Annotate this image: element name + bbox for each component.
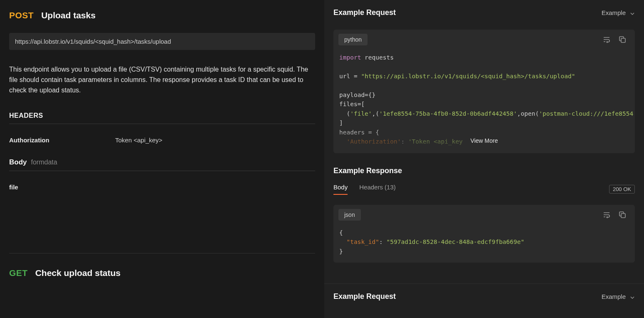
endpoint-description: This endpoint allows you to upload a fil… [9, 65, 315, 95]
code-string: "597ad1dc-8528-4dec-848a-edcf9fba669e" [387, 238, 525, 245]
example-request-header-2: Example Request Example [324, 284, 644, 309]
code-header: python [333, 30, 635, 45]
body-param-key: file [9, 184, 315, 191]
second-request-section: Example Request Example [324, 283, 644, 309]
header-value: Token <api_key> [115, 137, 162, 144]
example-dropdown[interactable]: Example [602, 293, 635, 300]
example-response-title: Example Response [333, 166, 635, 175]
response-tabs: Body Headers (13) [333, 184, 396, 195]
body-type: formdata [31, 159, 57, 166]
tab-headers[interactable]: Headers (13) [359, 184, 396, 195]
code-actions [602, 35, 630, 44]
code-key: "task_id" [346, 238, 379, 245]
example-dropdown[interactable]: Example [602, 9, 635, 16]
body-section-header: Body formdata [9, 158, 315, 171]
body-label: Body [9, 158, 27, 166]
code-text: requests [361, 54, 394, 61]
example-dropdown-label: Example [602, 293, 626, 300]
code-keyword: import [339, 54, 361, 61]
code-actions [602, 211, 630, 219]
wrap-lines-icon[interactable] [602, 211, 611, 219]
code-text: ,( [372, 110, 379, 117]
endpoint-header: POST Upload tasks [9, 10, 315, 20]
chevron-down-icon [630, 10, 635, 15]
copy-icon[interactable] [618, 211, 627, 219]
response-code-block: json { "task_id": "597ad1dc-8528-4dec-84… [333, 205, 635, 263]
code-text: ] [339, 119, 343, 126]
code-string: 'postman-cloud:///1efe8554 [539, 110, 633, 117]
copy-icon[interactable] [618, 35, 627, 44]
code-header: json [333, 205, 635, 221]
request-code-block: python import requests url = "https://ap… [333, 30, 635, 153]
next-endpoint: GET Check upload status [9, 253, 315, 278]
http-method-badge: POST [9, 10, 34, 20]
documentation-panel: POST Upload tasks https://api.lobstr.io/… [0, 0, 324, 318]
example-request-title: Example Request [333, 8, 396, 17]
svg-rect-1 [621, 214, 625, 218]
language-badge[interactable]: python [338, 34, 368, 45]
endpoint-title: Check upload status [35, 268, 121, 278]
code-text: ,open( [517, 110, 539, 117]
example-response-section: Example Response Body Headers (13) 200 O… [324, 161, 644, 201]
code-text: ( [339, 110, 350, 117]
view-more-overlay: View More [333, 128, 635, 153]
endpoint-title: Upload tasks [41, 10, 96, 20]
code-text: : [379, 238, 386, 245]
endpoint-header-2: GET Check upload status [9, 268, 315, 278]
code-text [339, 238, 346, 245]
chevron-down-icon [630, 294, 635, 299]
code-text: } [339, 248, 343, 255]
code-content[interactable]: { "task_id": "597ad1dc-8528-4dec-848a-ed… [333, 221, 635, 263]
example-dropdown-label: Example [602, 9, 626, 16]
svg-rect-0 [621, 38, 625, 42]
example-request-title: Example Request [333, 292, 396, 301]
language-badge[interactable]: json [338, 209, 361, 221]
code-text: payload={} [339, 92, 375, 98]
http-method-badge: GET [9, 268, 28, 278]
view-more-button[interactable]: View More [471, 137, 498, 144]
status-badge: 200 OK [609, 185, 635, 194]
code-string: 'file' [350, 110, 372, 117]
tab-body[interactable]: Body [333, 184, 348, 195]
header-key: Authorization [9, 137, 115, 144]
wrap-lines-icon[interactable] [602, 35, 611, 44]
headers-section-label: HEADERS [9, 112, 315, 124]
code-string: "https://api.lobstr.io/v1/squids/<squid_… [361, 73, 575, 80]
code-text: { [339, 229, 343, 236]
response-tabs-row: Body Headers (13) 200 OK [333, 184, 635, 195]
code-string: '1efe8554-75ba-4fb0-852d-0b6adf442458' [379, 110, 517, 117]
endpoint-url[interactable]: https://api.lobstr.io/v1/squids/<squid_h… [9, 33, 315, 50]
code-text: files=[ [339, 101, 365, 107]
example-panel: Example Request Example python import re… [324, 0, 644, 318]
header-row: Authorization Token <api_key> [9, 137, 315, 144]
code-text: url = [339, 73, 361, 80]
example-request-header: Example Request Example [324, 0, 644, 25]
code-content[interactable]: import requests url = "https://api.lobst… [333, 45, 635, 153]
